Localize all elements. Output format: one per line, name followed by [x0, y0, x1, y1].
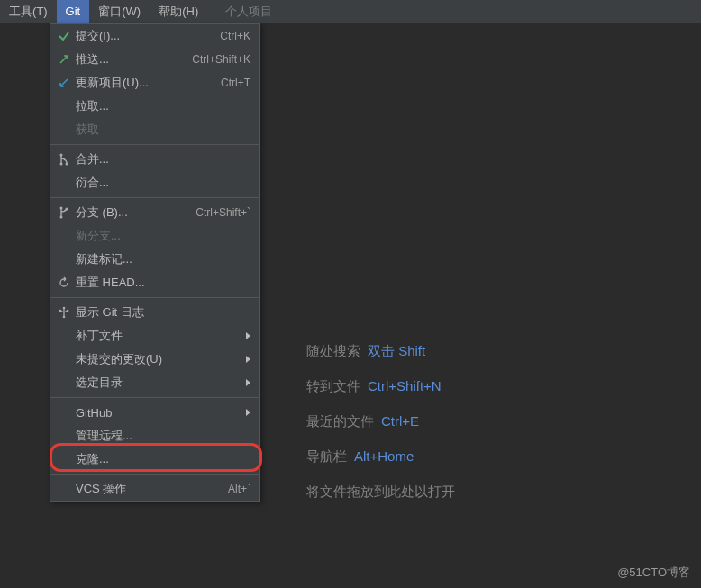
menu-update[interactable]: 更新项目(U)... Ctrl+T [50, 71, 259, 95]
menu-newtag[interactable]: 新建标记... [50, 248, 259, 271]
menu-vcsops[interactable]: VCS 操作 Alt+` [50, 477, 259, 501]
svg-point-2 [66, 163, 68, 166]
menu-patches[interactable]: 补丁文件 [50, 324, 259, 348]
menu-pull[interactable]: 拉取... [50, 95, 259, 118]
check-icon [56, 29, 72, 43]
menu-help[interactable]: 帮助(H) [150, 0, 207, 23]
svg-point-5 [66, 208, 68, 211]
welcome-drop: 将文件拖放到此处以打开 [306, 474, 455, 509]
menu-newbranch: 新分支... [50, 224, 259, 248]
svg-point-6 [63, 307, 66, 310]
chevron-right-icon [246, 332, 250, 339]
menubar: 工具(T) Git 窗口(W) 帮助(H) 个人项目 [0, 0, 701, 23]
reset-icon [56, 276, 72, 290]
menu-uncommitted[interactable]: 未提交的更改(U) [50, 348, 259, 371]
svg-point-4 [60, 216, 63, 219]
menu-resethead[interactable]: 重置 HEAD... [50, 271, 259, 294]
merge-icon [56, 152, 72, 167]
watermark: @51CTO博客 [617, 565, 690, 581]
log-icon [56, 305, 72, 320]
git-dropdown: 提交(I)... Ctrl+K 推送... Ctrl+Shift+K 更新项目(… [50, 23, 260, 502]
menu-git[interactable]: Git [57, 0, 90, 23]
push-icon [56, 52, 72, 67]
welcome-search: 随处搜索双击 Shift [306, 333, 455, 368]
menu-window[interactable]: 窗口(W) [89, 0, 150, 23]
menu-commit[interactable]: 提交(I)... Ctrl+K [50, 24, 259, 48]
svg-point-1 [60, 163, 63, 166]
branch-icon [56, 205, 72, 220]
svg-point-9 [63, 316, 66, 319]
menu-rebase[interactable]: 衍合... [50, 171, 259, 194]
svg-point-0 [60, 154, 63, 157]
menu-project-name: 个人项目 [216, 0, 281, 23]
menu-tools[interactable]: 工具(T) [0, 0, 57, 23]
menu-push[interactable]: 推送... Ctrl+Shift+K [50, 48, 259, 71]
welcome-navbar: 导航栏Alt+Home [306, 439, 455, 474]
chevron-right-icon [246, 409, 250, 416]
svg-point-8 [67, 310, 69, 312]
menu-clone[interactable]: 克隆... [50, 448, 259, 471]
chevron-right-icon [246, 356, 250, 363]
menu-branches[interactable]: 分支 (B)... Ctrl+Shift+` [50, 201, 259, 224]
menu-github[interactable]: GitHub [50, 401, 259, 424]
chevron-right-icon [246, 379, 250, 386]
separator [50, 474, 259, 475]
update-icon [56, 76, 72, 90]
menu-showlog[interactable]: 显示 Git 日志 [50, 301, 259, 324]
welcome-gotofile: 转到文件Ctrl+Shift+N [306, 368, 455, 403]
menu-merge[interactable]: 合并... [50, 148, 259, 171]
menu-fetch: 获取 [50, 118, 259, 141]
menu-remotes[interactable]: 管理远程... [50, 424, 259, 448]
separator [50, 144, 259, 145]
welcome-recent: 最近的文件Ctrl+E [306, 403, 455, 439]
svg-point-3 [60, 207, 63, 210]
welcome-panel: 随处搜索双击 Shift 转到文件Ctrl+Shift+N 最近的文件Ctrl+… [306, 333, 455, 509]
separator [50, 297, 259, 298]
menu-selectdir[interactable]: 选定目录 [50, 371, 259, 394]
separator [50, 397, 259, 398]
separator [50, 197, 259, 198]
svg-point-7 [59, 310, 62, 312]
